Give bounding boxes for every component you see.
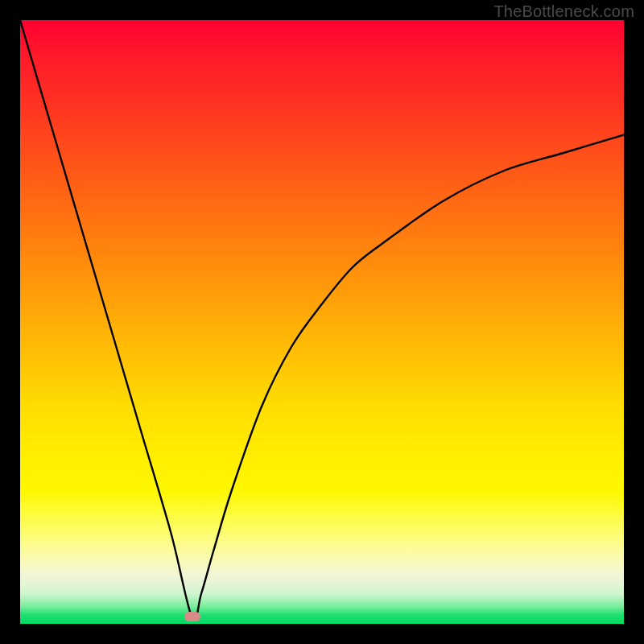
watermark-text: TheBottleneck.com xyxy=(493,2,634,21)
plot-area xyxy=(20,20,624,624)
bottleneck-curve xyxy=(20,20,624,621)
curve-svg xyxy=(20,20,624,624)
chart-frame: TheBottleneck.com xyxy=(0,0,644,644)
optimal-marker xyxy=(184,612,200,621)
